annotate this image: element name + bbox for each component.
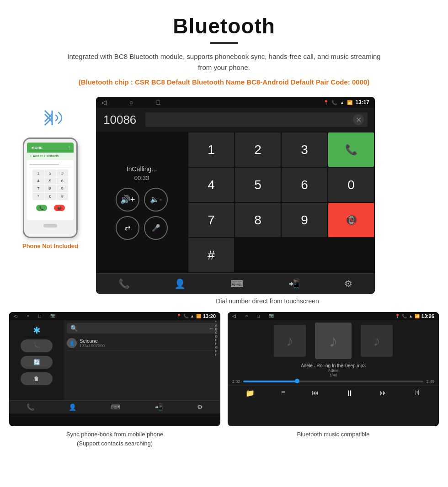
dial-7[interactable]: 7	[188, 203, 234, 237]
track-count: 1/48	[228, 373, 439, 377]
bluetooth-info: (Bluetooth chip : CSR BC8 Default Blueto…	[27, 77, 421, 88]
dialer-statusbar: ◁○□ 📍📞▲📶 13:17	[96, 97, 375, 108]
pb-sidebar: ✱ 📞 🔄 🗑	[9, 320, 64, 400]
music-note-right-icon: ♪	[373, 333, 380, 349]
bluetooth-signal-icon	[32, 101, 69, 135]
bt-icon: ✱	[33, 325, 41, 336]
music-note-main-icon: ♪	[329, 331, 338, 351]
number-display: 10086 ✕	[96, 108, 375, 132]
dial-0[interactable]: 0	[328, 168, 374, 202]
phone-section: MORE ⋮ + Add to Contacts ────────── 1 2 …	[9, 97, 91, 312]
nav-call-icon[interactable]: 📞	[118, 278, 130, 289]
progress-bar[interactable]	[243, 381, 424, 382]
music-time: 13:26	[421, 313, 434, 319]
page-title: Bluetooth	[27, 14, 421, 38]
artist-name: Adele	[228, 368, 439, 373]
music-note-icon: ♪	[286, 333, 293, 349]
pb-time: 13:20	[203, 313, 216, 319]
android-dialer-screen: ◁○□ 📍📞▲📶 13:17 10086 ✕	[96, 97, 375, 294]
pb-content: ✱ 📞 🔄 🗑 🔍 ← 👤 Seicane	[9, 320, 220, 400]
dialer-left: InCalling... 00:33 🔊+ 🔈- ⇄ 🎤	[96, 132, 187, 273]
music-info: Adele - Rolling In the Deep.mp3 Adele 1/…	[228, 361, 439, 379]
pb-statusbar: ◁○□📷 📍📞▲📶 13:20	[9, 312, 220, 320]
track-name: Adele - Rolling In the Deep.mp3	[228, 363, 439, 368]
contact-row[interactable]: 👤 Seicane 13241007000	[67, 336, 218, 350]
phone-bottom-bar: 📞 📵	[30, 202, 71, 214]
statusbar-icons: 📍📞▲📶 13:17	[323, 99, 369, 106]
phone-dialpad: 1 2 3 4 5 6 7 8 9 * 0 #	[32, 169, 68, 200]
contact-avatar: 👤	[67, 338, 77, 348]
pb-delete-btn[interactable]: 🗑	[21, 372, 53, 385]
phone-top-bar: MORE ⋮	[27, 143, 74, 153]
music-caption: Bluetooth music compatible	[228, 426, 439, 443]
screenshots-row: ◁○□📷 📍📞▲📶 13:20 ✱ 📞 🔄 🗑	[0, 312, 448, 451]
music-progress: 2:02 3:49	[228, 379, 439, 386]
music-folder-icon[interactable]: 📁	[245, 389, 255, 398]
title-underline	[210, 42, 238, 44]
contact-number: 13241007000	[80, 344, 105, 348]
music-next-icon[interactable]: ⏭	[380, 389, 387, 398]
main-content: MORE ⋮ + Add to Contacts ────────── 1 2 …	[0, 92, 448, 312]
contact-name: Seicane	[80, 338, 105, 344]
phone-not-included-label: Phone Not Included	[22, 243, 78, 249]
current-time: 2:02	[232, 379, 240, 384]
dial-9[interactable]: 9	[282, 203, 327, 237]
pb-call-btn[interactable]: 📞	[21, 339, 53, 352]
page-subtitle: Integrated with BC8 Bluetooth module, su…	[64, 51, 384, 73]
dial-5[interactable]: 5	[235, 168, 281, 202]
pb-nav-contact[interactable]: 👤	[69, 403, 76, 411]
call-status: InCalling... 00:33	[127, 165, 157, 181]
music-statusbar: ◁○□📷 📍📞▲📶 13:26	[228, 312, 439, 320]
album-art-main: ♪	[315, 323, 352, 359]
nav-transfer2-icon[interactable]: 📲	[288, 278, 300, 289]
music-prev-icon[interactable]: ⏮	[312, 389, 319, 398]
pb-nav-transfer[interactable]: 📲	[155, 403, 163, 411]
nav-settings-icon[interactable]: ⚙	[344, 278, 352, 289]
phone-end-btn: 📵	[54, 205, 65, 211]
back-arrow-icon: ←	[209, 326, 214, 331]
dial-2[interactable]: 2	[235, 132, 281, 167]
search-input-area[interactable]	[80, 326, 206, 331]
dial-4[interactable]: 4	[188, 168, 234, 202]
dial-accept[interactable]: 📞	[328, 132, 374, 167]
dial-reject[interactable]: 📵	[328, 203, 374, 237]
mic-btn[interactable]: 🎤	[144, 216, 168, 240]
phone-screen: MORE ⋮ + Add to Contacts ────────── 1 2 …	[27, 143, 74, 220]
pb-nav-keypad[interactable]: ⌨	[111, 403, 120, 411]
phonebook-block: ◁○□📷 📍📞▲📶 13:20 ✱ 📞 🔄 🗑	[9, 312, 220, 451]
dial-8[interactable]: 8	[235, 203, 281, 237]
nav-contacts-icon[interactable]: 👤	[174, 278, 186, 289]
phone-contact-row: + Add to Contacts	[27, 153, 74, 160]
phone-mockup: MORE ⋮ + Add to Contacts ────────── 1 2 …	[23, 138, 78, 238]
dialer-navbar: ◁○□	[101, 99, 160, 106]
dialer-caption: Dial number direct from touchscreen	[96, 294, 439, 312]
vol-up-btn[interactable]: 🔊+	[116, 188, 139, 212]
music-list-icon[interactable]: ≡	[281, 389, 285, 398]
phone-call-btn: 📞	[36, 205, 47, 211]
incalling-label: InCalling...	[127, 165, 157, 173]
music-controls: 📁 ≡ ⏮ ⏸ ⏭ 🎚	[228, 386, 439, 401]
music-album-area: ♪ ♪ ♪	[228, 320, 439, 361]
dialer-bottomnav: 📞 👤 ⌨ 📲 ⚙	[96, 273, 375, 294]
dial-hash[interactable]: #	[188, 238, 234, 272]
transfer-btn[interactable]: ⇄	[116, 216, 139, 240]
music-play-icon[interactable]: ⏸	[346, 389, 354, 398]
dialer-right: 1 2 3 📞 4 5 6 0 7 8 9 📵 #	[187, 132, 375, 273]
pb-sync-btn[interactable]: 🔄	[21, 356, 53, 369]
pb-search-bar[interactable]: 🔍 ←	[67, 323, 218, 333]
dial-6[interactable]: 6	[282, 168, 327, 202]
call-duration: 00:33	[127, 175, 157, 181]
dial-3[interactable]: 3	[282, 132, 327, 167]
svg-line-0	[45, 111, 52, 118]
pb-main: 🔍 ← 👤 Seicane 13241007000 *ABCDEFGHI	[64, 320, 220, 400]
nav-keypad-icon[interactable]: ⌨	[230, 278, 244, 289]
pb-nav-settings[interactable]: ⚙	[197, 403, 203, 411]
vol-down-btn[interactable]: 🔈-	[144, 188, 168, 212]
display-input-box: ✕	[145, 112, 368, 127]
pb-nav-call[interactable]: 📞	[27, 403, 34, 411]
progress-dot	[295, 379, 299, 383]
music-eq-icon[interactable]: 🎚	[414, 389, 421, 398]
dialer-screenshot-container: ◁○□ 📍📞▲📶 13:17 10086 ✕	[96, 97, 439, 312]
svg-line-1	[45, 118, 52, 125]
dial-1[interactable]: 1	[188, 132, 234, 167]
